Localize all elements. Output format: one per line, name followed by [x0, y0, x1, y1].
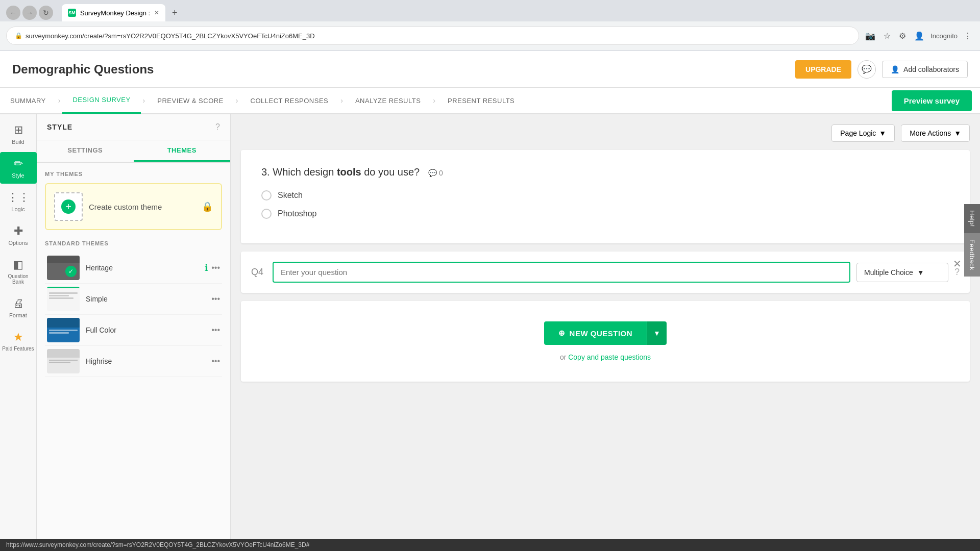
tab-design-survey[interactable]: DESIGN SURVEY	[62, 87, 140, 114]
profile-icon[interactable]: 👤	[912, 29, 926, 43]
q4-number: Q4	[251, 267, 266, 278]
tab-present-results[interactable]: PRESENT RESULTS	[437, 87, 525, 114]
theme-simple-label: Simple	[86, 295, 205, 303]
panel-tab-themes[interactable]: THEMES	[134, 140, 231, 162]
build-icon: ⊞	[14, 123, 23, 137]
tab-collect-responses[interactable]: COLLECT RESPONSES	[240, 87, 339, 114]
options-label: Options	[9, 240, 28, 246]
upgrade-button[interactable]: UPGRADE	[795, 60, 851, 79]
panel-content: MY THEMES + Create custom theme 🔒 STANDA…	[37, 163, 230, 551]
preview-survey-button[interactable]: Preview survey	[892, 90, 972, 111]
copy-paste-link[interactable]: Copy and paste questions	[568, 353, 651, 361]
q3-text-prefix: Which design	[273, 166, 337, 178]
question-4-card: ✕ Q4 Multiple Choice ▼ ?	[241, 252, 970, 293]
theme-item-simple[interactable]: Simple •••	[45, 284, 222, 315]
question-3-card: 3. Which design tools do you use? 💬 0 Sk…	[241, 150, 970, 243]
paid-features-label: Paid Features	[2, 346, 34, 352]
theme-item-fullcolor[interactable]: Full Color •••	[45, 315, 222, 346]
sidebar-item-question-bank[interactable]: ◧ Question Bank	[0, 253, 37, 290]
q4-input[interactable]	[273, 262, 850, 283]
create-custom-theme-button[interactable]: + Create custom theme 🔒	[45, 183, 222, 230]
extensions-icon[interactable]: ⚙	[897, 29, 908, 43]
q4-row: Q4 Multiple Choice ▼ ?	[251, 262, 960, 283]
style-panel-header: STYLE ?	[37, 114, 230, 140]
main-area: ⊞ Build ✏ Style ⋮⋮ Logic ✚ Options ◧ Que…	[0, 114, 980, 551]
theme-preview-highrise	[47, 349, 80, 373]
new-question-main-button[interactable]: ⊕ NEW QUESTION	[544, 321, 647, 345]
back-button[interactable]: ←	[6, 6, 20, 20]
tab-summary[interactable]: SUMMARY	[0, 87, 56, 114]
page-logic-chevron: ▼	[879, 129, 886, 137]
heritage-info-icon[interactable]: ℹ	[205, 262, 208, 273]
address-bar[interactable]: 🔒 surveymonkey.com/create/?sm=rsYO2R2V0E…	[6, 27, 859, 45]
radio-photoshop[interactable]	[261, 209, 272, 219]
theme-highrise-actions: •••	[211, 357, 220, 366]
browser-tab[interactable]: SM SurveyMonkey Design : ✕	[62, 4, 165, 21]
logic-icon: ⋮⋮	[7, 191, 30, 204]
sidebar-item-format[interactable]: 🖨 Format	[0, 292, 37, 323]
camera-icon[interactable]: 📷	[863, 29, 877, 43]
more-actions-label: More Actions	[910, 129, 951, 137]
style-icon: ✏	[14, 157, 23, 170]
theme-heritage-label: Heritage	[86, 264, 199, 272]
heritage-more-icon[interactable]: •••	[211, 263, 220, 272]
theme-item-highrise[interactable]: Highrise •••	[45, 346, 222, 377]
options-icon: ✚	[14, 224, 23, 238]
comment-count-value: 0	[439, 169, 443, 177]
build-label: Build	[12, 139, 24, 145]
menu-icon[interactable]: ⋮	[962, 29, 974, 43]
star-icon[interactable]: ☆	[881, 29, 893, 43]
add-collaborators-button[interactable]: 👤 Add collaborators	[882, 61, 968, 78]
question-bank-label: Question Bank	[2, 273, 35, 285]
theme-fullcolor-actions: •••	[211, 325, 220, 335]
more-actions-chevron: ▼	[954, 129, 961, 137]
tab-preview-score[interactable]: PREVIEW & SCORE	[147, 87, 234, 114]
survey-area: Page Logic ▼ More Actions ▼ 3. Which des…	[231, 114, 980, 551]
sidebar-item-logic[interactable]: ⋮⋮ Logic	[0, 186, 37, 217]
sidebar-item-build[interactable]: ⊞ Build	[0, 118, 37, 150]
radio-sketch[interactable]	[261, 190, 272, 201]
forward-button[interactable]: →	[22, 6, 37, 20]
theme-preview-simple	[47, 287, 80, 311]
theme-item-heritage[interactable]: ✓ Heritage ℹ •••	[45, 253, 222, 284]
or-text: or Copy and paste questions	[261, 353, 949, 361]
style-help-icon[interactable]: ?	[215, 122, 220, 132]
page-logic-button[interactable]: Page Logic ▼	[831, 124, 895, 142]
plus-circle-icon: +	[61, 199, 76, 214]
panel-tab-settings[interactable]: SETTINGS	[37, 140, 134, 162]
reload-button[interactable]: ↻	[39, 6, 53, 20]
feedback-btn[interactable]: Feedback	[964, 233, 980, 277]
new-question-arrow-button[interactable]: ▼	[647, 321, 667, 345]
incognito-label: Incognito	[930, 32, 958, 40]
preview-button-wrapper: Preview survey	[892, 90, 972, 111]
lock-icon: 🔒	[15, 32, 22, 39]
browser-nav-icons: ← → ↻	[6, 6, 53, 20]
comment-count: 💬 0	[428, 169, 443, 177]
collaborators-icon: 👤	[891, 65, 899, 73]
sidebar-item-paid-features[interactable]: ★ Paid Features	[0, 325, 37, 357]
help-button[interactable]: Help!	[964, 204, 980, 233]
q4-type-select[interactable]: Multiple Choice ▼	[856, 263, 948, 282]
nav-arrow-2: ›	[141, 96, 148, 105]
simple-more-icon[interactable]: •••	[211, 294, 220, 304]
survey-title: Demographic Questions	[12, 62, 795, 77]
page-logic-label: Page Logic	[840, 129, 876, 137]
fullcolor-more-icon[interactable]: •••	[211, 325, 220, 335]
tab-close-button[interactable]: ✕	[154, 9, 159, 16]
plus-icon: ⊕	[558, 329, 566, 338]
q3-text-bold: tools	[337, 166, 361, 178]
tab-analyze-results[interactable]: ANALYZE RESULTS	[345, 87, 431, 114]
theme-highrise-label: Highrise	[86, 357, 205, 365]
lock-badge-icon: 🔒	[202, 201, 213, 212]
new-tab-button[interactable]: +	[167, 6, 182, 20]
help-sidebar: Help! Feedback	[964, 204, 980, 277]
panel-tabs: SETTINGS THEMES	[37, 140, 230, 163]
collaborators-label: Add collaborators	[903, 65, 959, 73]
sidebar-item-options[interactable]: ✚ Options	[0, 219, 37, 251]
sidebar-item-style[interactable]: ✏ Style	[0, 152, 37, 184]
feedback-button[interactable]: 💬	[857, 60, 876, 79]
theme-preview-heritage: ✓	[47, 256, 80, 280]
q4-close-button[interactable]: ✕	[953, 258, 962, 270]
highrise-more-icon[interactable]: •••	[211, 357, 220, 366]
more-actions-button[interactable]: More Actions ▼	[901, 124, 970, 142]
